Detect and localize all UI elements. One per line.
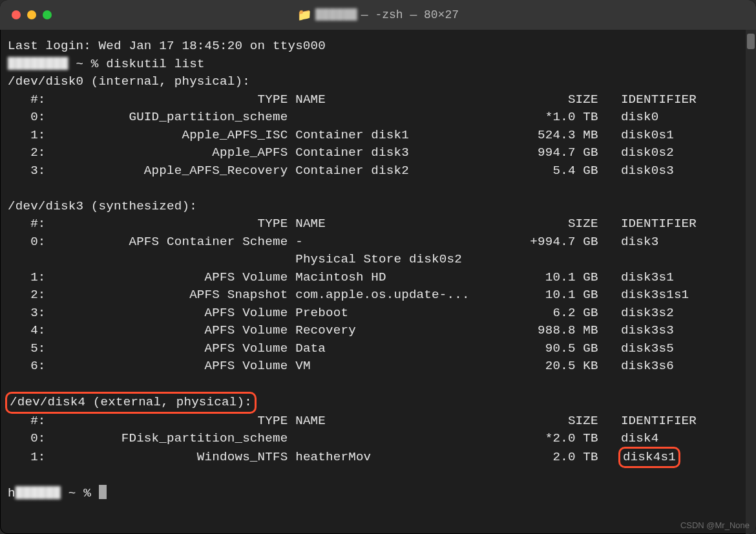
- cell-name: [295, 431, 515, 445]
- cell-name: heatherMov: [295, 450, 515, 464]
- watermark: CSDN @Mr_None: [680, 520, 750, 530]
- col-name: NAME: [295, 217, 515, 231]
- cell-size: 994.7 GB: [515, 145, 598, 160]
- table-row: 3: Apple_APFS_Recovery Container disk2 5…: [5, 162, 751, 180]
- cell-type: Windows_NTFS: [53, 450, 295, 464]
- table-row: 2: APFS Snapshot com.apple.os.update-...…: [5, 286, 751, 304]
- table-row: 0: APFS Container Scheme - +994.7 GB dis…: [5, 233, 751, 251]
- cell-id: disk0s3: [621, 164, 674, 178]
- table-row: 1: Apple_APFS_ISC Container disk1 524.3 …: [5, 127, 751, 145]
- cell-size: [515, 252, 598, 266]
- cell-idx: 3:: [8, 164, 53, 178]
- col-id: IDENTIFIER: [621, 92, 697, 107]
- table-row: 0: FDisk_partition_scheme *2.0 TB disk4: [5, 430, 751, 448]
- cell-name: Physical Store disk0s2: [295, 252, 515, 266]
- cell-name: Recovery: [295, 323, 515, 337]
- cell-idx: 1:: [8, 450, 53, 464]
- window-title: 📁 ██████ — -zsh — 80×27: [0, 8, 756, 22]
- cell-type: Apple_APFS_ISC: [53, 128, 295, 142]
- table-row: 4: APFS Volume Recovery 988.8 MB disk3s3: [5, 322, 751, 340]
- cell-type: [53, 252, 295, 266]
- cell-idx: 3:: [8, 306, 53, 320]
- scrollbar[interactable]: [746, 30, 756, 534]
- table-row: 5: APFS Volume Data 90.5 GB disk3s5: [5, 340, 751, 358]
- table-row: 1: Windows_NTFS heatherMov 2.0 TB disk4s…: [5, 448, 751, 467]
- cell-id: disk4s1: [618, 447, 680, 469]
- table-row: 2: Apple_APFS Container disk3 994.7 GB d…: [5, 144, 751, 162]
- cell-name: Container disk3: [295, 145, 515, 160]
- cell-name: Macintosh HD: [295, 270, 515, 284]
- cell-type: FDisk_partition_scheme: [53, 431, 295, 445]
- cell-id: disk0s1: [621, 128, 674, 142]
- cell-size: 988.8 MB: [515, 323, 598, 337]
- cell-id: disk3s2: [621, 306, 674, 320]
- cell-size: 6.2 GB: [515, 306, 598, 320]
- prompt-user: h: [8, 486, 16, 500]
- cell-id: disk3s3: [621, 323, 674, 337]
- cell-type: APFS Volume: [53, 359, 295, 373]
- cell-id: disk0: [621, 110, 659, 124]
- col-size: SIZE: [515, 92, 598, 107]
- cell-id: disk3s1: [621, 270, 674, 284]
- disk-header: /dev/disk0 (internal, physical):: [8, 74, 250, 89]
- cell-size: 2.0 TB: [515, 450, 598, 464]
- table-row: 6: APFS Volume VM 20.5 KB disk3s6: [5, 358, 751, 376]
- col-idx: #:: [8, 217, 53, 231]
- cell-name: com.apple.os.update-...: [295, 288, 515, 302]
- col-size: SIZE: [515, 217, 598, 231]
- cell-id: disk4: [621, 431, 659, 445]
- cell-type: APFS Volume: [53, 323, 295, 337]
- col-id: IDENTIFIER: [621, 217, 697, 231]
- cell-type: GUID_partition_scheme: [53, 110, 295, 124]
- col-type: TYPE: [53, 414, 295, 428]
- col-idx: #:: [8, 414, 53, 428]
- folder-icon: 📁: [297, 8, 311, 22]
- col-id: IDENTIFIER: [621, 414, 697, 428]
- cell-name: [295, 110, 515, 124]
- table-row: 3: APFS Volume Preboot 6.2 GB disk3s2: [5, 304, 751, 323]
- cell-idx: 5:: [8, 341, 53, 356]
- col-size: SIZE: [515, 414, 598, 428]
- cell-id: disk3s5: [621, 341, 674, 356]
- titlebar: 📁 ██████ — -zsh — 80×27: [0, 0, 756, 30]
- cell-name: -: [295, 235, 515, 249]
- cell-type: Apple_APFS: [53, 145, 295, 160]
- cell-size: *2.0 TB: [515, 431, 598, 445]
- title-text: — -zsh — 80×27: [361, 8, 459, 21]
- col-idx: #:: [8, 92, 53, 107]
- cell-id: disk3s1s1: [621, 288, 689, 302]
- cell-size: 524.3 MB: [515, 128, 598, 142]
- col-type: TYPE: [53, 217, 295, 231]
- cell-id: disk3s6: [621, 359, 674, 373]
- cell-type: APFS Container Scheme: [53, 235, 295, 249]
- cell-size: 20.5 KB: [515, 359, 598, 373]
- prompt-path: ~ %: [68, 486, 91, 500]
- col-name: NAME: [295, 414, 515, 428]
- cell-size: 10.1 GB: [515, 270, 598, 284]
- prompt-host: ██████: [16, 486, 61, 500]
- cell-idx: 2:: [8, 288, 53, 302]
- cell-name: Preboot: [295, 306, 515, 320]
- cell-size: *1.0 TB: [515, 110, 598, 124]
- cell-size: 90.5 GB: [515, 341, 598, 356]
- scrollbar-thumb[interactable]: [747, 34, 755, 49]
- cell-idx: 4:: [8, 323, 53, 337]
- cell-name: Data: [295, 341, 515, 356]
- cell-idx: 6:: [8, 359, 53, 373]
- cell-idx: 0:: [8, 431, 53, 445]
- terminal-body[interactable]: Last login: Wed Jan 17 18:45:20 on ttys0…: [0, 30, 756, 507]
- prompt-path: ~ %: [76, 57, 98, 71]
- title-host: ██████: [315, 8, 357, 21]
- cell-type: APFS Snapshot: [53, 288, 295, 302]
- cell-type: APFS Volume: [53, 341, 295, 356]
- cell-idx: 1:: [8, 128, 53, 142]
- cell-name: Container disk1: [295, 128, 515, 142]
- cell-name: Container disk2: [295, 164, 515, 178]
- cursor: [99, 485, 107, 499]
- disk-header: /dev/disk4 (external, physical):: [5, 392, 257, 414]
- cell-idx: 1:: [8, 270, 53, 284]
- cell-size: +994.7 GB: [515, 235, 598, 249]
- terminal-window: 📁 ██████ — -zsh — 80×27 Last login: Wed …: [0, 0, 756, 534]
- command: diskutil list: [106, 57, 204, 71]
- cell-size: 10.1 GB: [515, 288, 598, 302]
